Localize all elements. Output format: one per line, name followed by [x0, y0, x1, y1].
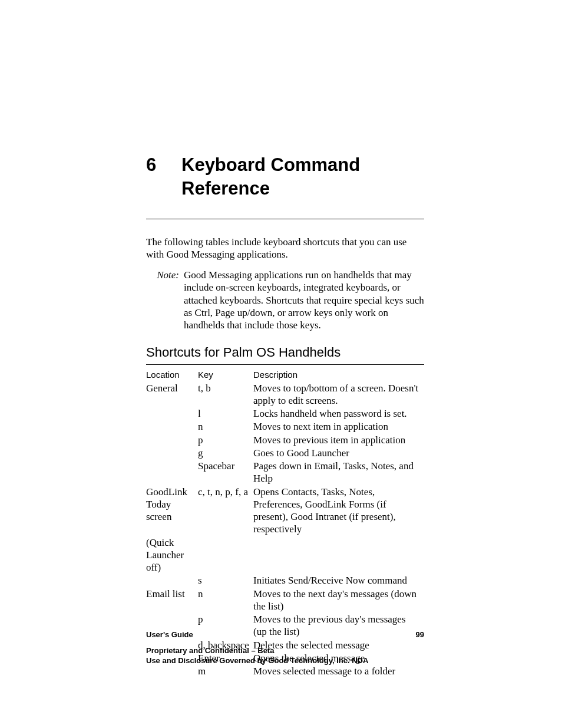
cell-location [146, 460, 198, 486]
cell-key: m [198, 665, 253, 678]
chapter-heading: 6 Keyboard Command Reference [146, 153, 424, 201]
table-row: (Quick Launcher off) [146, 536, 424, 575]
col-location: Location [146, 368, 198, 382]
cell-key: p [198, 434, 253, 447]
cell-desc: Moves to top/bottom of a screen. Doesn't… [253, 382, 424, 408]
table-row: s Initiates Send/Receive Now command [146, 574, 424, 587]
table-row: Spacebar Pages down in Email, Tasks, Not… [146, 460, 424, 486]
table-row: Email list n Moves to the next day's mes… [146, 588, 424, 614]
note-block: Note: Good Messaging applications run on… [146, 269, 424, 331]
divider-rule [146, 219, 424, 219]
cell-key: s [198, 574, 253, 587]
section-title: Shortcuts for Palm OS Handhelds [146, 344, 424, 361]
cell-location [146, 447, 198, 460]
cell-key: l [198, 407, 253, 420]
col-key: Key [198, 368, 253, 382]
footer-page-number: 99 [416, 630, 424, 640]
table-row: General t, b Moves to top/bottom of a sc… [146, 382, 424, 408]
section-rule [146, 364, 424, 365]
cell-desc: Moves selected message to a folder [253, 665, 424, 678]
cell-desc: Initiates Send/Receive Now command [253, 574, 424, 587]
page-footer: User's Guide 99 [146, 630, 424, 640]
cell-key: t, b [198, 382, 253, 408]
cell-desc [253, 536, 424, 575]
note-body: Good Messaging applications run on handh… [184, 269, 424, 331]
cell-desc: Opens Contacts, Tasks, Notes, Preference… [253, 486, 424, 536]
legal-notice: Proprietary and Confidential – Beta Use … [146, 645, 424, 666]
table-row: m Moves selected message to a folder [146, 665, 424, 678]
content-area: 6 Keyboard Command Reference The followi… [146, 153, 424, 678]
cell-desc: Pages down in Email, Tasks, Notes, and H… [253, 460, 424, 486]
table-row: n Moves to next item in application [146, 420, 424, 433]
table-row: p Moves to previous item in application [146, 434, 424, 447]
cell-desc: Moves to next item in application [253, 420, 424, 433]
cell-key: n [198, 420, 253, 433]
intro-paragraph: The following tables include keyboard sh… [146, 236, 424, 261]
chapter-title: Keyboard Command Reference [181, 153, 424, 201]
legal-line-2: Use and Disclosure Governed by Good Tech… [146, 655, 424, 666]
cell-location [146, 434, 198, 447]
cell-location [146, 407, 198, 420]
cell-key: n [198, 588, 253, 614]
cell-key: c, t, n, p, f, a [198, 486, 253, 536]
cell-desc: Moves to previous item in application [253, 434, 424, 447]
cell-location [146, 420, 198, 433]
cell-location [146, 665, 198, 678]
col-description: Description [253, 368, 424, 382]
legal-line-1: Proprietary and Confidential – Beta [146, 645, 424, 656]
cell-desc: Locks handheld when password is set. [253, 407, 424, 420]
cell-desc: Moves to the next day's messages (down t… [253, 588, 424, 614]
cell-location: General [146, 382, 198, 408]
cell-location [146, 574, 198, 587]
table-row: GoodLink Today screen c, t, n, p, f, a O… [146, 486, 424, 536]
cell-location: Email list [146, 588, 198, 614]
table-row: g Goes to Good Launcher [146, 447, 424, 460]
footer-doc-title: User's Guide [146, 630, 193, 640]
cell-key: Spacebar [198, 460, 253, 486]
cell-key: g [198, 447, 253, 460]
cell-desc: Goes to Good Launcher [253, 447, 424, 460]
cell-location: (Quick Launcher off) [146, 536, 198, 575]
table-row: l Locks handheld when password is set. [146, 407, 424, 420]
cell-key [198, 536, 253, 575]
note-label: Note: [146, 269, 184, 331]
table-header-row: Location Key Description [146, 368, 424, 382]
cell-location: GoodLink Today screen [146, 486, 198, 536]
chapter-number: 6 [146, 153, 181, 177]
page: 6 Keyboard Command Reference The followi… [0, 0, 562, 728]
